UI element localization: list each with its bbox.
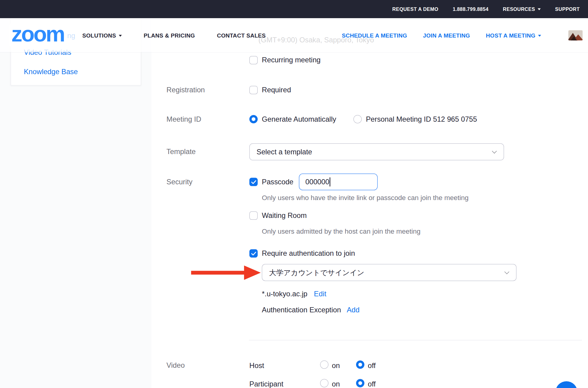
personal-meeting-id-label: Personal Meeting ID 512 965 0755 xyxy=(366,115,477,123)
auth-method-select[interactable]: 大学アカウントでサインイン xyxy=(262,264,517,281)
registration-required-label: Required xyxy=(262,86,291,94)
template-select-value: Select a template xyxy=(256,148,312,156)
chevron-down-icon xyxy=(119,35,122,36)
auth-exception-row: Authentication Exception Add xyxy=(262,306,360,314)
meeting-id-label: Meeting ID xyxy=(167,115,201,123)
template-label: Template xyxy=(167,147,196,156)
waiting-room-label: Waiting Room xyxy=(262,212,307,220)
chevron-down-icon xyxy=(492,149,497,153)
zoom-logo[interactable]: zoom xyxy=(9,23,67,47)
generate-automatically-label: Generate Automatically xyxy=(262,115,336,123)
host-video-on-label: on xyxy=(332,362,340,370)
text-cursor xyxy=(330,177,330,186)
request-a-demo-link[interactable]: REQUEST A DEMO xyxy=(392,6,438,12)
waiting-room-checkbox[interactable] xyxy=(249,212,258,220)
host-a-meeting-link[interactable]: HOST A MEETING xyxy=(486,32,541,38)
avatar-image xyxy=(568,30,583,40)
generate-automatically-radio[interactable] xyxy=(249,115,258,123)
require-authentication-label: Require authentication to join xyxy=(262,249,355,258)
edit-domain-link[interactable]: Edit xyxy=(314,290,326,298)
viewport: Live Training Video Tutorials Knowledge … xyxy=(0,0,588,388)
passcode-value: 000000 xyxy=(306,178,329,186)
chevron-down-icon xyxy=(538,35,541,36)
host-video-off-label: off xyxy=(368,362,376,370)
main-header: zoom SOLUTIONS PLANS & PRICING CONTACT S… xyxy=(0,18,588,52)
auth-domain-text: *.u-tokyo.ac.jp xyxy=(262,290,307,298)
schedule-a-meeting-link[interactable]: SCHEDULE A MEETING xyxy=(342,32,407,38)
passcode-label: Passcode xyxy=(262,178,293,186)
host-video-off-radio[interactable] xyxy=(356,360,364,369)
waiting-room-help-text: Only users admitted by the host can join… xyxy=(262,228,421,235)
registration-label: Registration xyxy=(167,86,205,94)
video-label: Video xyxy=(167,361,185,369)
top-utility-bar: REQUEST A DEMO 1.888.799.8854 RESOURCES … xyxy=(0,0,588,18)
resources-menu[interactable]: RESOURCES xyxy=(503,6,541,12)
phone-number-link[interactable]: 1.888.799.8854 xyxy=(453,6,488,12)
chevron-down-icon xyxy=(538,8,541,10)
require-authentication-checkbox[interactable] xyxy=(249,249,258,258)
join-a-meeting-link[interactable]: JOIN A MEETING xyxy=(423,32,470,38)
support-link[interactable]: SUPPORT xyxy=(555,6,580,12)
recurring-meeting-label: Recurring meeting xyxy=(262,56,321,64)
avatar[interactable] xyxy=(568,30,583,40)
nav-solutions[interactable]: SOLUTIONS xyxy=(82,32,122,38)
auth-domain-row: *.u-tokyo.ac.jp Edit xyxy=(262,290,326,298)
chevron-down-icon xyxy=(504,269,509,274)
recurring-meeting-checkbox[interactable] xyxy=(249,56,258,64)
passcode-help-text: Only users who have the invite link or p… xyxy=(262,194,469,202)
sidebar-item-knowledge-base[interactable]: Knowledge Base xyxy=(24,68,78,76)
passcode-input[interactable]: 000000 xyxy=(299,174,378,190)
host-video-on-radio[interactable] xyxy=(320,360,328,369)
check-icon xyxy=(251,180,256,184)
participant-video-off-label: off xyxy=(368,380,376,388)
security-label: Security xyxy=(167,178,193,186)
participant-video-on-radio[interactable] xyxy=(320,379,328,387)
registration-required-checkbox[interactable] xyxy=(249,86,258,94)
participant-video-on-label: on xyxy=(332,380,340,388)
template-select[interactable]: Select a template xyxy=(249,143,504,160)
add-exception-link[interactable]: Add xyxy=(347,306,359,314)
zoom-schedule-meeting-page: Live Training Video Tutorials Knowledge … xyxy=(0,0,588,388)
personal-meeting-id-radio[interactable] xyxy=(353,115,362,123)
primary-nav: SOLUTIONS PLANS & PRICING CONTACT SALES xyxy=(82,32,266,38)
section-divider xyxy=(249,340,582,340)
nav-plans-pricing[interactable]: PLANS & PRICING xyxy=(144,32,195,38)
help-button[interactable]: ? xyxy=(556,381,577,388)
participant-video-off-radio[interactable] xyxy=(356,379,364,387)
auth-exception-label: Authentication Exception xyxy=(262,306,341,314)
nav-contact-sales[interactable]: CONTACT SALES xyxy=(217,32,266,38)
check-icon xyxy=(251,251,256,255)
auth-method-value: 大学アカウントでサインイン xyxy=(269,268,365,276)
red-arrow-annotation-icon xyxy=(191,265,261,281)
video-host-label: Host xyxy=(249,362,264,370)
header-actions: SCHEDULE A MEETING JOIN A MEETING HOST A… xyxy=(342,30,588,40)
passcode-checkbox[interactable] xyxy=(249,178,258,186)
video-participant-label: Participant xyxy=(249,380,283,388)
